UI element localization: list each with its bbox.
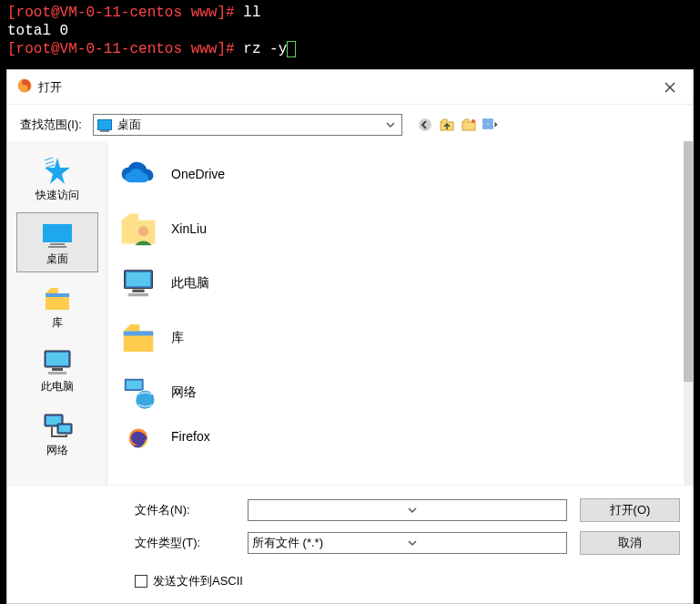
svg-rect-24 [127,272,150,286]
terminal-cursor [287,41,296,57]
place-libs[interactable]: 库 [16,276,98,336]
view-menu-icon[interactable] [482,117,499,133]
place-label: 网络 [46,443,68,458]
file-label: 网络 [171,384,197,401]
filetype-select[interactable]: 所有文件 (*.*) [248,532,567,554]
list-item[interactable]: XinLiu [111,201,689,256]
place-quick[interactable]: 快速访问 [16,148,98,209]
svg-rect-7 [483,125,488,129]
file-list[interactable]: OneDrive XinLiu 此电脑 库 网络 [107,141,693,485]
list-item[interactable]: Firefox [111,420,689,453]
svg-rect-9 [43,224,72,242]
back-icon[interactable] [417,117,433,133]
open-button[interactable]: 打开(O) [580,498,680,522]
svg-rect-25 [132,290,144,292]
file-label: Firefox [171,429,210,444]
svg-rect-10 [50,243,65,245]
file-label: 此电脑 [171,275,209,292]
titlebar: 打开 [7,70,693,105]
filename-input[interactable] [248,499,567,521]
close-button[interactable] [656,78,684,97]
bottom-area: 文件名(N): 打开(O) 文件类型(T): 所有文件 (*.*) 取消 [7,485,693,568]
svg-rect-17 [48,372,66,374]
svg-rect-6 [489,119,493,124]
firefox-icon [117,424,160,449]
lookin-row: 查找范围(I): 桌面 [7,105,693,141]
place-pc[interactable]: 此电脑 [16,340,98,400]
file-area: OneDrive XinLiu 此电脑 库 网络 [107,141,693,485]
svg-point-1 [419,118,431,131]
lookin-label: 查找范围(I): [20,117,82,133]
libraries-icon [42,282,73,315]
user-folder-icon [117,207,160,251]
place-desktop[interactable]: 桌面 [16,212,98,272]
app-icon [16,77,33,97]
dialog-title: 打开 [38,79,656,96]
place-label: 桌面 [46,251,68,267]
places-bar: 快速访问 桌面 库 此电脑 网络 [7,141,107,485]
list-item[interactable]: 网络 [111,365,689,420]
svg-rect-3 [462,122,475,130]
chevron-down-icon [383,115,398,135]
svg-rect-16 [52,368,63,371]
svg-point-4 [472,119,475,123]
filetype-label: 文件类型(T): [135,535,235,551]
svg-rect-15 [46,353,68,365]
network-globe-icon [117,371,160,415]
filetype-value: 所有文件 (*.*) [252,535,408,551]
svg-rect-28 [124,332,154,336]
new-folder-icon[interactable] [461,117,477,133]
svg-rect-5 [483,119,488,124]
scrollbar[interactable] [684,141,693,485]
svg-rect-21 [59,425,70,432]
cancel-button[interactable]: 取消 [580,531,680,555]
pc-icon [117,261,160,305]
quick-access-icon [42,155,73,188]
onedrive-icon [117,152,160,196]
place-label: 此电脑 [41,379,74,394]
svg-rect-11 [48,246,66,248]
body: 快速访问 桌面 库 此电脑 网络 OneD [7,141,693,485]
list-item[interactable]: 此电脑 [111,256,689,311]
place-label: 库 [52,315,63,331]
filename-label: 文件名(N): [135,502,235,518]
pc-icon [39,346,76,379]
svg-rect-26 [128,293,148,296]
ascii-checkbox[interactable] [135,575,147,588]
file-label: OneDrive [171,167,225,181]
list-item[interactable]: 库 [111,311,689,365]
chevron-down-icon [408,537,563,550]
file-label: XinLiu [171,221,207,236]
file-label: 库 [171,330,184,346]
libraries-icon [117,316,160,360]
svg-rect-30 [127,381,142,390]
chevron-down-icon [408,504,563,517]
open-dialog: 打开 查找范围(I): 桌面 快速访问 桌面 [6,69,694,604]
terminal: [root@VM-0-11-centos www]# ll total 0 [r… [0,0,700,62]
place-network[interactable]: 网络 [16,404,98,464]
network-icon [39,410,76,443]
lookin-combo[interactable]: 桌面 [93,114,402,136]
svg-point-22 [138,226,148,236]
lookin-toolbar [417,117,499,133]
place-label: 快速访问 [36,188,79,203]
lookin-value: 桌面 [117,117,383,133]
svg-rect-8 [489,125,493,129]
up-folder-icon[interactable] [439,117,455,133]
list-item[interactable]: OneDrive [111,147,689,201]
svg-rect-13 [46,293,69,297]
scrollbar-thumb[interactable] [684,141,693,382]
ascii-row: 发送文件到ASCII [7,568,693,603]
ascii-label: 发送文件到ASCII [153,573,243,589]
desktop-icon [39,219,76,251]
desktop-icon [97,119,112,130]
